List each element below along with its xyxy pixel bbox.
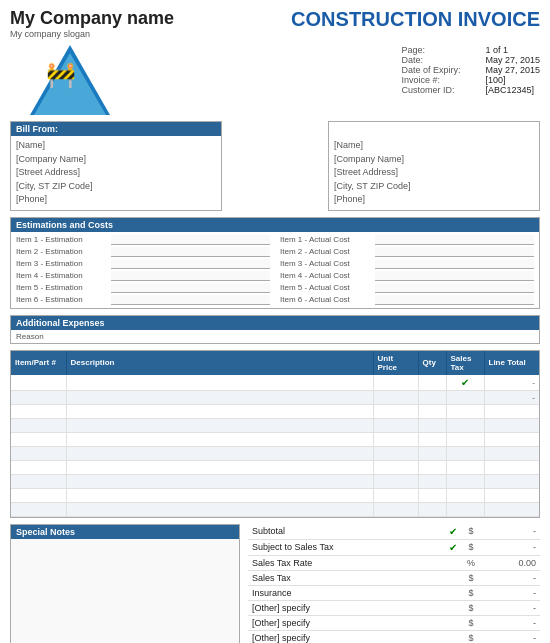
cell-unit[interactable]: [373, 502, 418, 516]
cell-desc[interactable]: [66, 502, 373, 516]
cell-tax[interactable]: [446, 446, 484, 460]
estimation-input[interactable]: [111, 235, 270, 245]
cell-qty[interactable]: [418, 404, 446, 418]
cell-desc[interactable]: [66, 460, 373, 474]
totals-row: Subject to Sales Tax✔$-: [248, 539, 540, 555]
cell-unit[interactable]: [373, 474, 418, 488]
cell-qty[interactable]: [418, 418, 446, 432]
totals-currency: $: [462, 600, 480, 615]
cell-unit[interactable]: [373, 375, 418, 391]
cell-desc[interactable]: [66, 418, 373, 432]
cell-desc[interactable]: [66, 446, 373, 460]
cell-item[interactable]: [11, 418, 66, 432]
cell-unit[interactable]: [373, 418, 418, 432]
estimation-actual-input[interactable]: [375, 271, 534, 281]
special-notes-header: Special Notes: [11, 525, 239, 539]
cell-tax[interactable]: [446, 502, 484, 516]
estimation-item-label: Item 5 - Estimation: [16, 283, 106, 292]
cell-item[interactable]: [11, 432, 66, 446]
cell-qty[interactable]: [418, 375, 446, 391]
cell-qty[interactable]: [418, 474, 446, 488]
cell-tax[interactable]: [446, 390, 484, 404]
cell-desc[interactable]: [66, 488, 373, 502]
cell-qty[interactable]: [418, 446, 446, 460]
bill-to-line: [Street Address]: [334, 166, 534, 180]
totals-value: -: [480, 570, 540, 585]
cell-desc[interactable]: [66, 474, 373, 488]
totals-checkmark: ✔: [449, 542, 457, 553]
cell-tax[interactable]: [446, 432, 484, 446]
cell-item[interactable]: [11, 375, 66, 391]
page-label: Page:: [401, 45, 481, 55]
cell-total: [484, 418, 539, 432]
cell-tax[interactable]: [446, 418, 484, 432]
estimation-input[interactable]: [111, 271, 270, 281]
cell-qty[interactable]: [418, 502, 446, 516]
expiry-label: Date of Expiry:: [401, 65, 481, 75]
estimation-left-col: Item 1 - EstimationItem 2 - EstimationIt…: [11, 232, 275, 308]
estimation-input[interactable]: [111, 295, 270, 305]
totals-label: Sales Tax Rate: [248, 555, 444, 570]
cell-tax[interactable]: [446, 488, 484, 502]
cell-unit[interactable]: [373, 460, 418, 474]
cell-unit[interactable]: [373, 432, 418, 446]
construction-logo: 🚧: [30, 45, 110, 115]
estimation-actual-input[interactable]: [375, 259, 534, 269]
reason-row: Reason: [11, 330, 539, 343]
cell-item[interactable]: [11, 488, 66, 502]
cell-tax[interactable]: ✔: [446, 375, 484, 391]
cell-tax[interactable]: [446, 474, 484, 488]
cell-unit[interactable]: [373, 446, 418, 460]
estimation-right-col: Item 1 - Actual CostItem 2 - Actual Cost…: [275, 232, 539, 308]
worker-icon: 🚧: [46, 63, 76, 87]
estimation-actual-label: Item 1 - Actual Cost: [280, 235, 370, 244]
cell-tax[interactable]: [446, 404, 484, 418]
totals-check: [444, 615, 462, 630]
estimation-actual-input[interactable]: [375, 235, 534, 245]
cell-item[interactable]: [11, 390, 66, 404]
cell-qty[interactable]: [418, 460, 446, 474]
cell-tax[interactable]: [446, 460, 484, 474]
table-row: ✔-: [11, 375, 539, 391]
totals-currency: $: [462, 524, 480, 540]
cell-qty[interactable]: [418, 488, 446, 502]
estimation-input[interactable]: [111, 283, 270, 293]
estimation-row: Item 6 - Actual Cost: [280, 294, 534, 306]
cell-desc[interactable]: [66, 375, 373, 391]
estimation-row: Item 2 - Estimation: [16, 246, 270, 258]
cell-item[interactable]: [11, 502, 66, 516]
expiry-value: May 27, 2015: [485, 65, 540, 75]
cell-item[interactable]: [11, 446, 66, 460]
estimation-row: Item 5 - Actual Cost: [280, 282, 534, 294]
cell-desc[interactable]: [66, 404, 373, 418]
bill-from-line: [Street Address]: [16, 166, 216, 180]
totals-box: Subtotal✔$-Subject to Sales Tax✔$-Sales …: [248, 524, 540, 644]
totals-label: [Other] specify: [248, 615, 444, 630]
cell-qty[interactable]: [418, 432, 446, 446]
estimation-input[interactable]: [111, 247, 270, 257]
estimation-actual-input[interactable]: [375, 283, 534, 293]
special-notes-content[interactable]: [11, 539, 239, 644]
additional-section: Additional Expenses Reason: [10, 315, 540, 344]
table-row: [11, 502, 539, 516]
cell-unit[interactable]: [373, 404, 418, 418]
cell-desc[interactable]: [66, 432, 373, 446]
estimation-actual-input[interactable]: [375, 247, 534, 257]
cell-desc[interactable]: [66, 390, 373, 404]
cell-unit[interactable]: [373, 390, 418, 404]
cell-qty[interactable]: [418, 390, 446, 404]
totals-currency: $: [462, 585, 480, 600]
estimation-item-label: Item 4 - Estimation: [16, 271, 106, 280]
cell-item[interactable]: [11, 460, 66, 474]
estimation-input[interactable]: [111, 259, 270, 269]
cell-total: [484, 488, 539, 502]
totals-label: Subtotal: [248, 524, 444, 540]
estimation-row: Item 4 - Estimation: [16, 270, 270, 282]
estimation-actual-input[interactable]: [375, 295, 534, 305]
bill-to-line: [Name]: [334, 139, 534, 153]
cell-item[interactable]: [11, 404, 66, 418]
cell-unit[interactable]: [373, 488, 418, 502]
estimation-section: Estimations and Costs Item 1 - Estimatio…: [10, 217, 540, 309]
totals-row: Subtotal✔$-: [248, 524, 540, 540]
cell-item[interactable]: [11, 474, 66, 488]
